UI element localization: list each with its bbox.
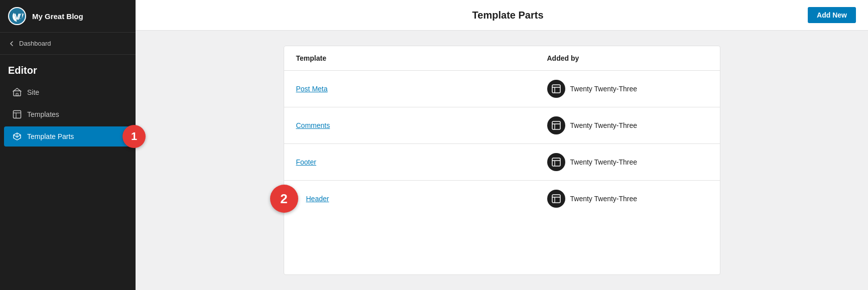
templates-icon (12, 109, 22, 119)
theme-icon (547, 116, 565, 134)
sidebar-navigation: Site Templates Template Parts 1 (0, 81, 136, 148)
theme-icon (547, 153, 565, 171)
svg-rect-4 (552, 85, 560, 93)
template-parts-icon (12, 131, 22, 141)
sidebar-item-templates[interactable]: Templates (4, 104, 132, 124)
added-by-cell: Twenty Twenty-Three (547, 153, 708, 171)
top-bar: Template Parts Add New (136, 0, 868, 31)
table-row: Footer Twenty Twenty-Three (284, 144, 720, 181)
annotation-2: 2 (270, 185, 298, 213)
chevron-left-icon (8, 40, 15, 47)
svg-rect-6 (552, 158, 560, 166)
table-header: Template Added by (284, 46, 720, 71)
template-name-comments[interactable]: Comments (296, 121, 547, 129)
theme-name: Twenty Twenty-Three (570, 121, 638, 129)
template-name-footer[interactable]: Footer (296, 158, 547, 166)
back-label: Dashboard (19, 40, 51, 47)
theme-name: Twenty Twenty-Three (570, 195, 638, 203)
sidebar: My Great Blog Dashboard Editor Site (0, 0, 136, 290)
site-label: Site (27, 88, 39, 96)
template-parts-label: Template Parts (27, 132, 74, 140)
theme-name: Twenty Twenty-Three (570, 158, 638, 166)
template-parts-table: Template Added by Post Meta Twenty Twent… (284, 46, 720, 275)
svg-rect-5 (552, 121, 560, 129)
templates-label: Templates (27, 110, 59, 118)
template-name-post-meta[interactable]: Post Meta (296, 85, 547, 93)
theme-icon (547, 80, 565, 98)
template-name-header[interactable]: Header (296, 195, 547, 203)
home-icon (12, 87, 22, 97)
svg-rect-2 (16, 93, 18, 96)
add-new-button[interactable]: Add New (808, 7, 856, 23)
added-by-cell: Twenty Twenty-Three (547, 116, 708, 134)
svg-rect-7 (552, 195, 560, 203)
theme-icon (547, 190, 565, 208)
dashboard-back-link[interactable]: Dashboard (0, 33, 136, 55)
column-template-header: Template (296, 54, 547, 62)
column-added-by-header: Added by (547, 54, 708, 62)
page-title: Template Parts (208, 10, 808, 21)
table-row: Comments Twenty Twenty-Three (284, 107, 720, 144)
svg-rect-3 (14, 111, 21, 118)
sidebar-blog-name: My Great Blog (32, 12, 83, 21)
main-content: Template Parts Add New Template Added by… (136, 0, 868, 290)
sidebar-item-site[interactable]: Site (4, 82, 132, 102)
wordpress-logo-icon (8, 7, 26, 25)
sidebar-item-template-parts[interactable]: Template Parts 1 (4, 126, 132, 147)
table-row: Post Meta Twenty Twenty-Three (284, 71, 720, 107)
table-container: Template Added by Post Meta Twenty Twent… (136, 31, 868, 290)
theme-name: Twenty Twenty-Three (570, 85, 638, 93)
table-row: 2 Header Twenty Twenty-Three (284, 181, 720, 217)
added-by-cell: Twenty Twenty-Three (547, 80, 708, 98)
sidebar-header: My Great Blog (0, 0, 136, 33)
editor-section-title: Editor (0, 55, 136, 81)
added-by-cell: Twenty Twenty-Three (547, 190, 708, 208)
